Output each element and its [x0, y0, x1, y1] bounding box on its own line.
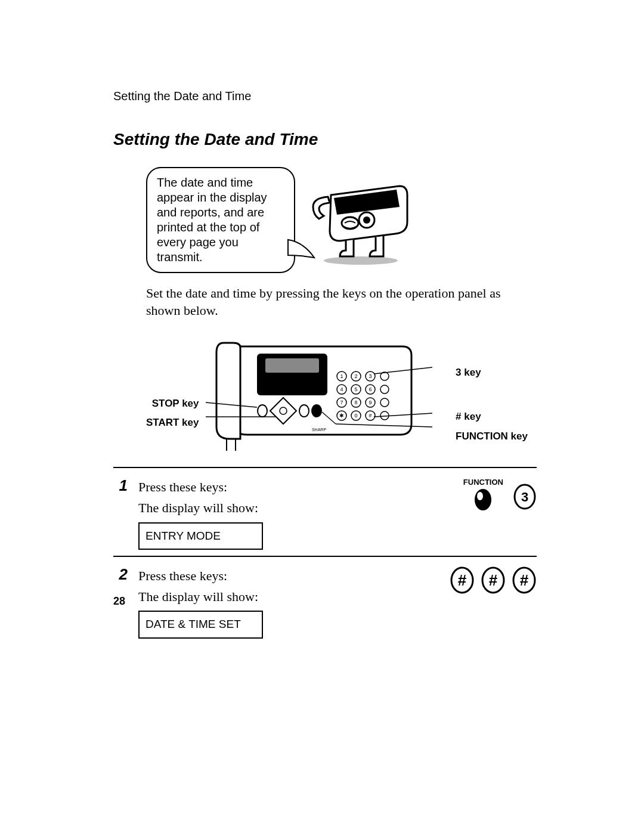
svg-point-2: [363, 216, 370, 224]
hash-key-label: # key: [456, 407, 528, 426]
step-number: 1: [113, 476, 128, 550]
svg-point-15: [311, 404, 322, 417]
operation-panel-figure: STOP key START key: [146, 335, 528, 454]
svg-text:#: #: [458, 571, 467, 589]
svg-text:4: 4: [340, 386, 343, 392]
fax-panel-icon: 123 456 789 ✱0# SHARP: [206, 335, 432, 454]
body-paragraph: Set the date and time by pressing the ke…: [146, 285, 528, 319]
section-title: Setting the Date and Time: [113, 130, 537, 149]
svg-point-27: [380, 398, 389, 407]
running-header: Setting the Date and Time: [113, 89, 537, 103]
divider: [113, 467, 537, 468]
svg-point-14: [299, 405, 309, 417]
svg-point-51: [475, 489, 491, 510]
svg-text:0: 0: [354, 413, 357, 419]
lcd-display-box: DATE & TIME SET: [138, 611, 263, 638]
svg-text:#: #: [369, 413, 371, 419]
svg-text:6: 6: [369, 386, 371, 392]
svg-text:#: #: [520, 571, 529, 589]
svg-point-12: [280, 407, 287, 414]
fax-machine-cartoon-icon: [307, 174, 414, 267]
manual-page: Setting the Date and Time Setting the Da…: [0, 0, 644, 833]
svg-text:3: 3: [369, 373, 371, 379]
callout-text: The date and time appear in the display …: [157, 176, 267, 264]
function-key-icon: [473, 488, 493, 512]
function-label: FUNCTION: [463, 478, 503, 487]
panel-left-labels: STOP key START key: [146, 394, 199, 433]
digit-3-key-icon: 3: [513, 484, 537, 510]
step-2: 2 Press these keys: The display will sho…: [113, 565, 537, 639]
step-press-text: Press these keys:: [138, 476, 405, 497]
panel-right-labels: 3 key # key FUNCTION key: [456, 363, 528, 446]
step-show-text: The display will show:: [138, 497, 405, 518]
svg-point-52: [477, 492, 483, 500]
svg-point-13: [258, 405, 267, 417]
svg-text:7: 7: [340, 400, 343, 405]
svg-point-0: [324, 256, 398, 265]
function-key-label: FUNCTION key: [456, 427, 528, 446]
svg-text:2: 2: [354, 373, 357, 379]
page-number: 28: [113, 595, 125, 608]
speech-bubble-tail-icon: [287, 237, 317, 261]
svg-text:#: #: [489, 571, 498, 589]
hash-key-icon: #: [450, 566, 475, 594]
step-show-text: The display will show:: [138, 586, 405, 607]
speech-bubble: The date and time appear in the display …: [146, 167, 295, 273]
hash-key-icon: #: [512, 566, 537, 594]
svg-text:8: 8: [354, 400, 357, 405]
step-press-text: Press these keys:: [138, 565, 405, 586]
svg-text:✱: ✱: [339, 413, 344, 419]
svg-text:3: 3: [521, 490, 528, 504]
function-key-button: FUNCTION: [463, 478, 503, 512]
svg-rect-5: [265, 358, 319, 373]
step-1: 1 Press these keys: The display will sho…: [113, 476, 537, 550]
lcd-display-box: ENTRY MODE: [138, 522, 263, 550]
callout-row: The date and time appear in the display …: [146, 167, 537, 273]
hash-key-icon: #: [481, 566, 506, 594]
svg-text:SHARP: SHARP: [312, 428, 326, 432]
three-key-label: 3 key: [456, 363, 528, 382]
svg-point-23: [380, 385, 389, 394]
stop-key-label: STOP key: [146, 394, 199, 413]
divider: [113, 556, 537, 557]
svg-text:9: 9: [369, 400, 371, 405]
svg-text:1: 1: [340, 373, 343, 379]
start-key-label: START key: [146, 413, 199, 432]
svg-text:5: 5: [354, 386, 357, 392]
